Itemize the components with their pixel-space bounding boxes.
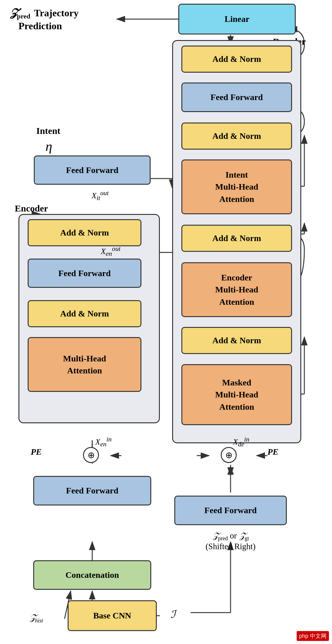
encoder-mha-box: EncoderMulti-HeadAttention xyxy=(181,262,292,317)
x-de-in-label: Xdein xyxy=(233,436,249,448)
concatenation-box: Concatenation xyxy=(33,560,151,590)
z-pred-or-gt-label: 𝒵pred or 𝒵gt (Shifted Right) xyxy=(174,531,287,551)
feed-forward-intent: Feed Forward xyxy=(34,155,151,185)
decoder-add-norm-enc-mid: Add & Norm xyxy=(181,225,292,252)
decoder-feed-forward-bottom: Feed Forward xyxy=(174,496,287,525)
intent-mha-box: IntentMulti-HeadAttention xyxy=(181,159,292,214)
watermark: php 中文网 xyxy=(297,631,329,641)
z-hist-label: 𝒵hist xyxy=(29,613,43,624)
plus-circle-left: ⊕ xyxy=(83,447,99,463)
x-it-out-label: Xitout xyxy=(92,189,109,202)
decoder-add-norm-top: Add & Norm xyxy=(181,46,292,73)
linear-label: Linear xyxy=(225,14,250,24)
trajectory-prediction-label: 𝒵pred Trajectory Prediction xyxy=(9,6,79,32)
architecture-diagram: Linear 𝒵pred Trajectory Prediction Decod… xyxy=(0,0,332,644)
pe-left-label: PE xyxy=(31,447,42,457)
eta-label: η xyxy=(45,139,52,154)
pe-right-label: PE xyxy=(267,447,279,457)
x-en-in-label: Xenin xyxy=(95,436,112,448)
encoder-add-norm-top: Add & Norm xyxy=(28,219,141,246)
encoder-feed-forward: Feed Forward xyxy=(28,259,141,288)
base-cnn-box: Base CNN xyxy=(68,600,157,631)
plus-circle-right: ⊕ xyxy=(221,447,237,463)
image-label: ℐ xyxy=(171,608,176,620)
intent-label: Intent xyxy=(36,126,60,136)
encoder-feed-forward-bottom: Feed Forward xyxy=(33,476,151,505)
decoder-add-norm-intent: Add & Norm xyxy=(181,123,292,150)
decoder-add-norm-masked: Add & Norm xyxy=(181,327,292,354)
encoder-mha-inner: Multi-HeadAttention xyxy=(28,337,141,392)
masked-mha-box: MaskedMulti-HeadAttention xyxy=(181,364,292,425)
encoder-label: Encoder xyxy=(15,203,48,214)
decoder-feed-forward-top: Feed Forward xyxy=(181,83,292,112)
encoder-add-norm-mid: Add & Norm xyxy=(28,300,141,327)
x-en-out-label: Xenout xyxy=(101,245,121,258)
linear-box: Linear xyxy=(178,4,296,34)
z-pred-top-label: 𝒵 xyxy=(9,6,17,19)
